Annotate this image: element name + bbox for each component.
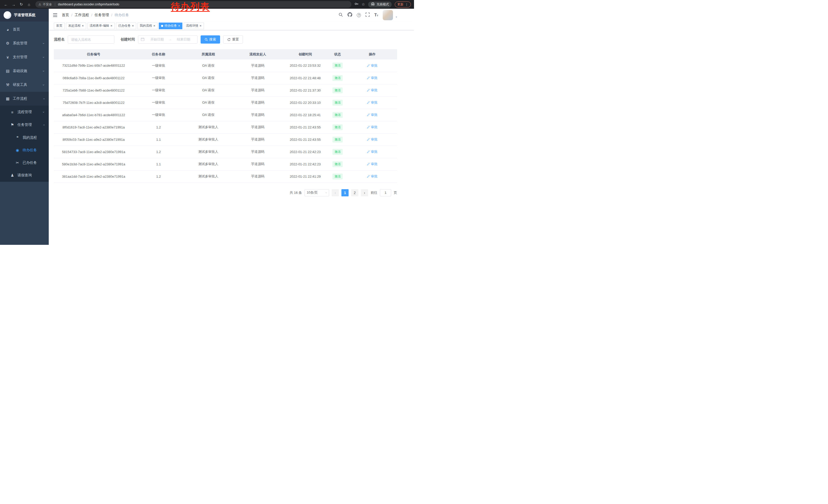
- tab-home[interactable]: 首页: [54, 22, 65, 29]
- tab-done-tasks[interactable]: 已办任务×: [116, 22, 136, 29]
- sidebar-menu: ◕首页⚙系统管理›¥支付管理›▤基础设施›⚒研发工具›▦工作流程›≡流程管理›⚑…: [0, 21, 49, 245]
- close-tab-icon[interactable]: ×: [82, 24, 84, 28]
- approve-link[interactable]: 审批: [367, 125, 378, 130]
- sidebar-item-dev-tools[interactable]: ⚒研发工具›: [0, 78, 49, 92]
- font-size-icon[interactable]: TT: [374, 13, 378, 17]
- breadcrumb: 首页 / 工作流程 / 任务管理 / 待办任务: [62, 13, 129, 17]
- app-title: 芋道管理系统: [14, 13, 35, 17]
- browser-home-icon[interactable]: ⌂: [26, 1, 32, 8]
- sidebar-item-label: 首页: [13, 27, 20, 32]
- next-page-button[interactable]: ›: [361, 189, 368, 196]
- sidebar-item-todo-tasks[interactable]: ◉待办任务: [0, 144, 49, 156]
- close-tab-icon[interactable]: ×: [178, 24, 180, 28]
- active-tab-dot: [161, 25, 163, 27]
- sidebar-item-workflow[interactable]: ▦工作流程›: [0, 92, 49, 106]
- cell-action: 审批: [347, 109, 397, 121]
- approve-link[interactable]: 审批: [367, 63, 378, 68]
- cell-task-name: 一级审批: [133, 72, 184, 84]
- approve-link[interactable]: 审批: [367, 149, 378, 154]
- cell-initiator: 芋道源码: [233, 96, 283, 109]
- tab-todo-tasks[interactable]: 待办任务×: [159, 22, 182, 29]
- page-button-1[interactable]: 1: [341, 189, 348, 196]
- approve-link[interactable]: 审批: [367, 137, 378, 142]
- cell-initiator: 芋道源码: [233, 59, 283, 72]
- sidebar-item-home[interactable]: ◕首页: [0, 22, 49, 36]
- incognito-icon: [371, 2, 375, 6]
- sidebar-item-system-mgmt[interactable]: ⚙系统管理›: [0, 36, 49, 50]
- sidebar-item-infrastructure[interactable]: ▤基础设施›: [0, 64, 49, 78]
- breadcrumb-home[interactable]: 首页: [62, 13, 69, 17]
- search-button[interactable]: 搜索: [201, 35, 220, 44]
- sidebar-item-process-mgmt[interactable]: ≡流程管理›: [0, 106, 49, 119]
- tab-my-process[interactable]: 我的流程×: [137, 22, 158, 29]
- avatar-caret-icon[interactable]: ▾: [396, 15, 397, 19]
- date-range-picker[interactable]: 开始日期 - 结束日期: [138, 35, 198, 44]
- search-icon[interactable]: [339, 12, 343, 18]
- column-header: 操作: [347, 49, 397, 59]
- github-icon[interactable]: [347, 12, 352, 18]
- close-tab-icon[interactable]: ×: [153, 24, 156, 28]
- sidebar-collapse-icon[interactable]: [52, 13, 58, 17]
- logo-bar[interactable]: 芋道管理系统: [0, 9, 49, 21]
- back-icon[interactable]: ←: [3, 1, 9, 8]
- sidebar-item-task-mgmt[interactable]: ⚑任务管理›: [0, 119, 49, 131]
- chevron-up-icon: ›: [42, 98, 45, 99]
- page-content: 流程名 创建时间 开始日期 - 结束日期 搜索: [49, 30, 414, 203]
- task-table: 任务编号任务名称所属流程流程发起人创建时间状态操作 73211d9d-7b9b-…: [54, 49, 397, 183]
- table-row: 8f059c03-7ac8-11ec-a9e2-a2380e71991a1.1测…: [54, 133, 397, 146]
- prev-page-button[interactable]: ‹: [332, 189, 339, 196]
- sidebar-item-done-tasks[interactable]: ✂已办任务: [0, 156, 49, 169]
- cell-task-name: 一级审批: [133, 84, 184, 96]
- close-tab-icon[interactable]: ×: [111, 24, 113, 28]
- approve-link[interactable]: 审批: [367, 88, 378, 93]
- tab-start-process[interactable]: 发起流程×: [66, 22, 86, 29]
- goto-page-input[interactable]: [380, 189, 391, 196]
- reload-icon[interactable]: ↻: [18, 1, 25, 8]
- sidebar-item-payment-mgmt[interactable]: ¥支付管理›: [0, 50, 49, 64]
- forward-icon[interactable]: →: [10, 1, 17, 8]
- close-tab-icon[interactable]: ×: [132, 24, 134, 28]
- fullscreen-icon[interactable]: [366, 12, 370, 18]
- approve-link[interactable]: 审批: [367, 100, 378, 105]
- update-button[interactable]: 更新 ⋮: [395, 2, 411, 7]
- address-bar[interactable]: ⚠ 不安全 dashboard.yudao.iocoder.cn/bpm/tas…: [35, 1, 351, 8]
- cell-action: 审批: [347, 72, 397, 84]
- goto-label: 前往: [371, 190, 377, 195]
- breadcrumb-task-mgmt[interactable]: 任务管理: [95, 13, 109, 17]
- sidebar-item-leave-query[interactable]: ♟请假查询: [0, 169, 49, 182]
- approve-link[interactable]: 审批: [367, 112, 378, 117]
- status-badge: 激活: [332, 137, 343, 142]
- reset-button[interactable]: 重置: [223, 35, 243, 44]
- status-badge: 激活: [332, 75, 343, 81]
- tab-label: 流程表单-编辑: [90, 24, 109, 28]
- sidebar-item-label: 工作流程: [13, 96, 27, 101]
- help-icon[interactable]: ?: [357, 13, 361, 17]
- sidebar-item-label: 系统管理: [13, 41, 27, 46]
- cell-task-name: 一级审批: [133, 109, 184, 121]
- close-tab-icon[interactable]: ×: [200, 24, 202, 28]
- sidebar-item-my-process[interactable]: ❝我的流程: [0, 131, 49, 144]
- password-key-icon[interactable]: [355, 2, 359, 7]
- bookmark-star-icon[interactable]: ☆: [362, 2, 365, 7]
- approve-link[interactable]: 审批: [367, 174, 378, 179]
- page-size-select[interactable]: 10条/页 ›: [304, 189, 329, 196]
- cell-created-time: 2022-01-21 22:43:55: [283, 133, 328, 146]
- breadcrumb-workflow[interactable]: 工作流程: [75, 13, 89, 17]
- browser-menu-dots-icon[interactable]: ⋮: [405, 3, 408, 6]
- cell-created-time: 2022-01-22 23:53:32: [283, 59, 328, 72]
- cell-process: OA 请假: [184, 84, 233, 96]
- user-avatar[interactable]: [383, 10, 393, 20]
- incognito-badge: 无痕模式: [368, 2, 392, 7]
- approve-link[interactable]: 审批: [367, 162, 378, 166]
- tab-process-detail[interactable]: 流程详情×: [184, 22, 204, 29]
- approve-link[interactable]: 审批: [367, 76, 378, 80]
- process-name-input[interactable]: [68, 35, 114, 44]
- tab-form-edit[interactable]: 流程表单-编辑×: [87, 22, 115, 29]
- sidebar-item-label: 我的流程: [23, 135, 37, 140]
- table-row: 725a1eb6-7b88-11ec-8ef0-acde48001122一级审批…: [54, 84, 397, 96]
- cell-task-name: 1.1: [133, 158, 184, 170]
- page-button-2[interactable]: 2: [351, 189, 358, 196]
- breadcrumb-separator: /: [71, 13, 72, 17]
- workflow-icon: ▦: [5, 96, 10, 101]
- chevron-up-icon: ›: [42, 124, 45, 125]
